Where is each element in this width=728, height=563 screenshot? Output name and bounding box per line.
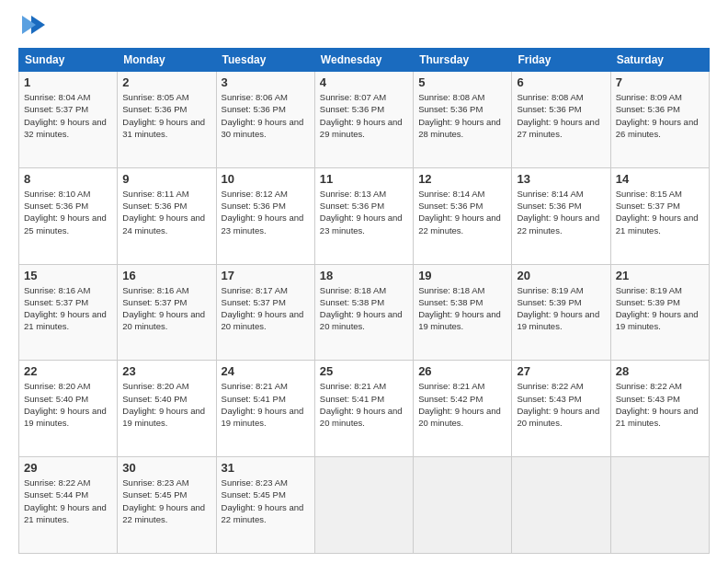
calendar-cell: 28Sunrise: 8:22 AMSunset: 5:43 PMDayligh… [610, 361, 709, 457]
day-info: Sunrise: 8:06 AMSunset: 5:36 PMDaylight:… [222, 91, 310, 140]
calendar-cell: 1Sunrise: 8:04 AMSunset: 5:37 PMDaylight… [19, 72, 118, 168]
day-number: 24 [222, 364, 310, 378]
day-info: Sunrise: 8:22 AMSunset: 5:43 PMDaylight:… [616, 380, 704, 429]
day-info: Sunrise: 8:07 AMSunset: 5:36 PMDaylight:… [320, 91, 408, 140]
calendar-cell: 20Sunrise: 8:19 AMSunset: 5:39 PMDayligh… [512, 264, 610, 361]
day-info: Sunrise: 8:20 AMSunset: 5:40 PMDaylight:… [122, 380, 210, 429]
day-info: Sunrise: 8:15 AMSunset: 5:37 PMDaylight:… [616, 188, 704, 236]
day-info: Sunrise: 8:23 AMSunset: 5:45 PMDaylight:… [122, 477, 210, 525]
calendar-cell: 25Sunrise: 8:21 AMSunset: 5:41 PMDayligh… [314, 361, 413, 457]
day-header-saturday: Saturday [610, 49, 709, 72]
day-info: Sunrise: 8:18 AMSunset: 5:38 PMDaylight:… [418, 284, 506, 333]
day-info: Sunrise: 8:20 AMSunset: 5:40 PMDaylight:… [24, 380, 112, 429]
calendar-cell [314, 457, 413, 554]
calendar-cell: 27Sunrise: 8:22 AMSunset: 5:43 PMDayligh… [512, 361, 610, 457]
day-number: 16 [122, 269, 210, 282]
calendar-cell: 7Sunrise: 8:09 AMSunset: 5:36 PMDaylight… [610, 72, 709, 168]
logo [18, 15, 50, 39]
day-number: 8 [24, 172, 112, 186]
day-number: 31 [222, 461, 310, 475]
page: SundayMondayTuesdayWednesdayThursdayFrid… [0, 0, 728, 563]
day-info: Sunrise: 8:14 AMSunset: 5:36 PMDaylight:… [517, 188, 605, 236]
day-number: 28 [616, 364, 704, 378]
day-info: Sunrise: 8:14 AMSunset: 5:36 PMDaylight:… [418, 188, 506, 236]
day-number: 19 [418, 269, 506, 282]
day-info: Sunrise: 8:21 AMSunset: 5:41 PMDaylight:… [222, 380, 310, 429]
day-number: 26 [418, 364, 506, 378]
calendar-cell: 6Sunrise: 8:08 AMSunset: 5:36 PMDaylight… [512, 72, 610, 168]
day-info: Sunrise: 8:11 AMSunset: 5:36 PMDaylight:… [122, 188, 210, 236]
day-info: Sunrise: 8:08 AMSunset: 5:36 PMDaylight:… [517, 91, 605, 140]
day-info: Sunrise: 8:12 AMSunset: 5:36 PMDaylight:… [222, 188, 310, 236]
calendar-cell: 11Sunrise: 8:13 AMSunset: 5:36 PMDayligh… [314, 167, 413, 264]
calendar-cell: 13Sunrise: 8:14 AMSunset: 5:36 PMDayligh… [512, 167, 610, 264]
day-header-friday: Friday [512, 49, 610, 72]
day-info: Sunrise: 8:16 AMSunset: 5:37 PMDaylight:… [24, 284, 112, 333]
calendar-cell: 31Sunrise: 8:23 AMSunset: 5:45 PMDayligh… [216, 457, 314, 554]
day-number: 25 [320, 364, 408, 378]
calendar-cell: 18Sunrise: 8:18 AMSunset: 5:38 PMDayligh… [314, 264, 413, 361]
day-info: Sunrise: 8:16 AMSunset: 5:37 PMDaylight:… [122, 284, 210, 333]
day-number: 20 [517, 269, 605, 282]
day-info: Sunrise: 8:05 AMSunset: 5:36 PMDaylight:… [122, 91, 210, 140]
calendar-cell: 29Sunrise: 8:22 AMSunset: 5:44 PMDayligh… [19, 457, 118, 554]
day-number: 22 [24, 364, 112, 378]
day-number: 3 [222, 75, 310, 89]
day-number: 7 [616, 75, 704, 89]
calendar-cell: 21Sunrise: 8:19 AMSunset: 5:39 PMDayligh… [610, 264, 709, 361]
day-info: Sunrise: 8:04 AMSunset: 5:37 PMDaylight:… [24, 91, 112, 140]
day-number: 6 [517, 75, 605, 89]
calendar-cell: 14Sunrise: 8:15 AMSunset: 5:37 PMDayligh… [610, 167, 709, 264]
day-header-wednesday: Wednesday [314, 49, 413, 72]
logo-icon [22, 11, 50, 39]
calendar-cell: 2Sunrise: 8:05 AMSunset: 5:36 PMDaylight… [118, 72, 216, 168]
day-info: Sunrise: 8:21 AMSunset: 5:42 PMDaylight:… [418, 380, 506, 429]
day-number: 18 [320, 269, 408, 282]
calendar-cell: 15Sunrise: 8:16 AMSunset: 5:37 PMDayligh… [19, 264, 118, 361]
calendar-table: SundayMondayTuesdayWednesdayThursdayFrid… [18, 48, 710, 554]
calendar-cell: 5Sunrise: 8:08 AMSunset: 5:36 PMDaylight… [414, 72, 512, 168]
calendar-cell [610, 457, 709, 554]
day-header-thursday: Thursday [414, 49, 512, 72]
day-number: 1 [24, 75, 112, 89]
day-number: 13 [517, 172, 605, 186]
day-info: Sunrise: 8:19 AMSunset: 5:39 PMDaylight:… [616, 284, 704, 333]
calendar-cell: 19Sunrise: 8:18 AMSunset: 5:38 PMDayligh… [414, 264, 512, 361]
day-info: Sunrise: 8:22 AMSunset: 5:44 PMDaylight:… [24, 477, 112, 525]
day-info: Sunrise: 8:13 AMSunset: 5:36 PMDaylight:… [320, 188, 408, 236]
calendar-cell: 17Sunrise: 8:17 AMSunset: 5:37 PMDayligh… [216, 264, 314, 361]
day-number: 30 [122, 461, 210, 475]
day-number: 5 [418, 75, 506, 89]
day-info: Sunrise: 8:18 AMSunset: 5:38 PMDaylight:… [320, 284, 408, 333]
day-number: 15 [24, 269, 112, 282]
day-info: Sunrise: 8:19 AMSunset: 5:39 PMDaylight:… [517, 284, 605, 333]
calendar-cell: 16Sunrise: 8:16 AMSunset: 5:37 PMDayligh… [118, 264, 216, 361]
day-header-sunday: Sunday [19, 49, 118, 72]
calendar-cell: 22Sunrise: 8:20 AMSunset: 5:40 PMDayligh… [19, 361, 118, 457]
day-info: Sunrise: 8:08 AMSunset: 5:36 PMDaylight:… [418, 91, 506, 140]
calendar-cell: 26Sunrise: 8:21 AMSunset: 5:42 PMDayligh… [414, 361, 512, 457]
calendar-cell: 30Sunrise: 8:23 AMSunset: 5:45 PMDayligh… [118, 457, 216, 554]
calendar-cell: 24Sunrise: 8:21 AMSunset: 5:41 PMDayligh… [216, 361, 314, 457]
calendar-cell [414, 457, 512, 554]
day-number: 14 [616, 172, 704, 186]
calendar-cell: 10Sunrise: 8:12 AMSunset: 5:36 PMDayligh… [216, 167, 314, 264]
day-header-tuesday: Tuesday [216, 49, 314, 72]
day-number: 11 [320, 172, 408, 186]
day-number: 27 [517, 364, 605, 378]
day-number: 2 [122, 75, 210, 89]
day-number: 4 [320, 75, 408, 89]
calendar-cell [512, 457, 610, 554]
day-number: 9 [122, 172, 210, 186]
day-number: 10 [222, 172, 310, 186]
calendar-cell: 8Sunrise: 8:10 AMSunset: 5:36 PMDaylight… [19, 167, 118, 264]
calendar-cell: 23Sunrise: 8:20 AMSunset: 5:40 PMDayligh… [118, 361, 216, 457]
day-info: Sunrise: 8:09 AMSunset: 5:36 PMDaylight:… [616, 91, 704, 140]
day-info: Sunrise: 8:23 AMSunset: 5:45 PMDaylight:… [222, 477, 310, 525]
day-info: Sunrise: 8:17 AMSunset: 5:37 PMDaylight:… [222, 284, 310, 333]
day-info: Sunrise: 8:21 AMSunset: 5:41 PMDaylight:… [320, 380, 408, 429]
day-number: 29 [24, 461, 112, 475]
calendar-cell: 4Sunrise: 8:07 AMSunset: 5:36 PMDaylight… [314, 72, 413, 168]
calendar-cell: 9Sunrise: 8:11 AMSunset: 5:36 PMDaylight… [118, 167, 216, 264]
day-header-monday: Monday [118, 49, 216, 72]
